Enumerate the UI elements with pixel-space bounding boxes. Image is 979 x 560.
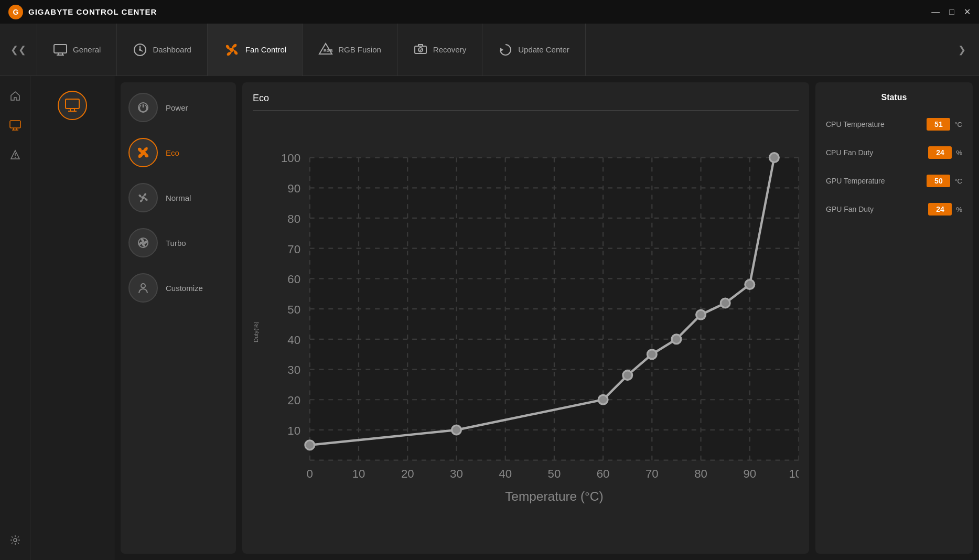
dashboard-nav-label: Dashboard bbox=[153, 45, 191, 54]
svg-text:30: 30 bbox=[450, 467, 463, 480]
gpu-fan-value: 24 bbox=[928, 203, 952, 216]
mode-eco-icon bbox=[128, 138, 158, 167]
svg-point-6 bbox=[230, 48, 234, 52]
mode-customize-icon bbox=[128, 273, 158, 303]
category-monitor-icon bbox=[58, 91, 87, 120]
svg-text:50: 50 bbox=[548, 467, 561, 480]
svg-point-19 bbox=[14, 539, 17, 542]
status-panel: Status CPU Temperature 51 °C CPU Fan Dut… bbox=[815, 82, 973, 554]
svg-rect-0 bbox=[54, 45, 67, 53]
titlebar-left: G GIGABYTE CONTROL CENTER bbox=[8, 5, 157, 19]
app-logo: G bbox=[8, 5, 23, 19]
navbar: ❮❮ General Dashb bbox=[0, 24, 979, 76]
sidebar-monitor-icon[interactable] bbox=[6, 116, 25, 135]
svg-text:100: 100 bbox=[281, 152, 300, 165]
svg-point-76 bbox=[598, 395, 608, 404]
chart-y-label: Duty(%) bbox=[253, 121, 259, 543]
gpu-temp-label: GPU Temperature bbox=[826, 177, 885, 185]
svg-text:30: 30 bbox=[287, 363, 300, 376]
svg-text:RGB: RGB bbox=[324, 48, 333, 53]
svg-point-79 bbox=[672, 335, 681, 344]
sidebar-settings-icon[interactable] bbox=[6, 531, 25, 550]
minimize-button[interactable]: — bbox=[931, 7, 940, 17]
left-sidebar bbox=[0, 76, 30, 560]
recovery-nav-label: Recovery bbox=[433, 45, 466, 54]
main-layout: Power Eco bbox=[0, 76, 979, 560]
mode-normal[interactable]: Normal bbox=[128, 183, 228, 212]
chart-panel: Eco Duty(%) bbox=[242, 82, 809, 554]
mode-turbo-icon bbox=[128, 228, 158, 257]
chart-svg: 100 90 80 70 60 50 40 30 20 10 0 bbox=[263, 121, 799, 543]
nav-item-dashboard[interactable]: Dashboard bbox=[117, 24, 207, 76]
svg-text:40: 40 bbox=[499, 467, 512, 480]
gpu-fan-label: GPU Fan Duty bbox=[826, 205, 874, 213]
svg-marker-11 bbox=[500, 48, 503, 52]
svg-text:60: 60 bbox=[597, 467, 610, 480]
maximize-button[interactable]: □ bbox=[949, 7, 954, 17]
rgbfusion-nav-label: RGB Fusion bbox=[338, 45, 381, 54]
svg-text:50: 50 bbox=[287, 303, 300, 316]
svg-text:70: 70 bbox=[287, 243, 300, 256]
cpu-temp-value-group: 51 °C bbox=[927, 118, 962, 131]
mode-eco[interactable]: Eco bbox=[128, 138, 228, 167]
recovery-nav-icon bbox=[413, 42, 428, 57]
mode-eco-label: Eco bbox=[166, 148, 179, 157]
cpu-temp-label: CPU Temperature bbox=[826, 120, 885, 128]
svg-text:20: 20 bbox=[287, 394, 300, 407]
status-title: Status bbox=[826, 93, 962, 102]
mode-normal-label: Normal bbox=[166, 193, 191, 202]
mode-panel: Power Eco bbox=[121, 82, 236, 554]
nav-item-rgbfusion[interactable]: RGB RGB Fusion bbox=[303, 24, 397, 76]
nav-item-updatecenter[interactable]: Update Center bbox=[482, 24, 586, 76]
cpu-fan-unit: % bbox=[956, 149, 962, 157]
app-title: GIGABYTE CONTROL CENTER bbox=[28, 7, 157, 16]
svg-point-5 bbox=[139, 49, 141, 51]
svg-text:90: 90 bbox=[743, 467, 756, 480]
gpu-fan-value-group: 24 % bbox=[928, 203, 962, 216]
svg-text:40: 40 bbox=[287, 333, 300, 347]
status-row-gpu-temp: GPU Temperature 50 °C bbox=[826, 175, 962, 187]
svg-text:70: 70 bbox=[646, 467, 659, 480]
nav-expand-button[interactable]: ❯ bbox=[950, 44, 974, 56]
svg-text:80: 80 bbox=[694, 467, 707, 480]
sidebar-home-icon[interactable] bbox=[6, 87, 25, 105]
nav-item-general[interactable]: General bbox=[37, 24, 117, 76]
svg-text:10: 10 bbox=[287, 424, 300, 437]
mode-power[interactable]: Power bbox=[128, 93, 228, 122]
updatecenter-nav-icon bbox=[498, 42, 513, 57]
sidebar-tools-icon[interactable] bbox=[6, 145, 25, 164]
category-item-monitor[interactable] bbox=[41, 87, 104, 124]
general-nav-icon bbox=[53, 42, 68, 57]
chart-title: Eco bbox=[253, 93, 799, 111]
svg-text:Temperature (°C): Temperature (°C) bbox=[505, 489, 603, 503]
svg-point-77 bbox=[623, 371, 632, 380]
mode-customize-label: Customize bbox=[166, 284, 203, 293]
gpu-fan-unit: % bbox=[956, 206, 962, 213]
fancontrol-nav-label: Fan Control bbox=[245, 45, 286, 54]
svg-point-83 bbox=[770, 153, 779, 163]
mode-power-label: Power bbox=[166, 103, 188, 112]
status-row-cpu-fan: CPU Fan Duty 24 % bbox=[826, 146, 962, 159]
general-nav-label: General bbox=[73, 45, 101, 54]
titlebar: G GIGABYTE CONTROL CENTER — □ ✕ bbox=[0, 0, 979, 24]
nav-item-fancontrol[interactable]: Fan Control bbox=[208, 24, 303, 76]
status-row-gpu-fan: GPU Fan Duty 24 % bbox=[826, 203, 962, 216]
cpu-temp-unit: °C bbox=[954, 121, 962, 128]
chart-svg-area: 100 90 80 70 60 50 40 30 20 10 0 bbox=[263, 121, 799, 543]
nav-item-recovery[interactable]: Recovery bbox=[397, 24, 482, 76]
svg-point-74 bbox=[305, 440, 315, 450]
chart-container: Duty(%) bbox=[253, 121, 799, 543]
svg-text:90: 90 bbox=[287, 182, 300, 195]
updatecenter-nav-label: Update Center bbox=[518, 45, 569, 54]
mode-turbo-label: Turbo bbox=[166, 239, 186, 247]
svg-point-75 bbox=[452, 425, 461, 435]
mode-turbo[interactable]: Turbo bbox=[128, 228, 228, 257]
gpu-temp-value: 50 bbox=[927, 175, 950, 187]
svg-point-18 bbox=[15, 157, 16, 158]
gpu-temp-unit: °C bbox=[954, 177, 962, 185]
svg-point-78 bbox=[647, 350, 657, 359]
mode-customize[interactable]: Customize bbox=[128, 273, 228, 303]
nav-items: General Dashboard bbox=[37, 24, 950, 76]
close-button[interactable]: ✕ bbox=[964, 7, 971, 17]
nav-collapse-button[interactable]: ❮❮ bbox=[5, 44, 31, 56]
